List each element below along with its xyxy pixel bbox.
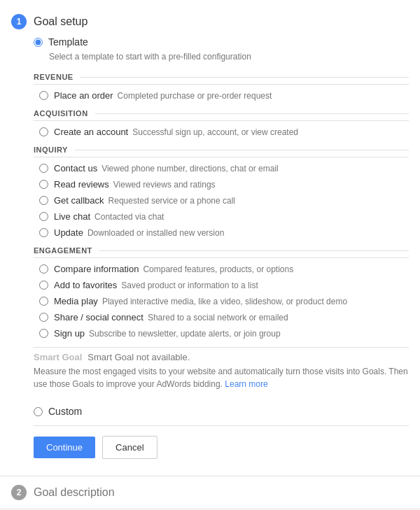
- custom-radio[interactable]: [34, 407, 43, 416]
- category-inquiry: INQUIRY Contact us Viewed phone number, …: [34, 143, 409, 241]
- goal-option-contact-us[interactable]: Contact us Viewed phone number, directio…: [34, 160, 409, 176]
- place-order-desc: Completed purchase or pre-order request: [118, 91, 272, 101]
- share-social-connect-name: Share / social connect: [54, 312, 144, 323]
- category-engagement-header: ENGAGEMENT: [34, 243, 409, 258]
- goal-option-add-to-favorites[interactable]: Add to favorites Saved product or inform…: [34, 277, 409, 293]
- smart-goal-label: Smart Goal: [34, 352, 82, 362]
- category-acquisition-line: [95, 113, 409, 114]
- goal-option-live-chat[interactable]: Live chat Contacted via chat: [34, 208, 409, 225]
- compare-information-desc: Compared features, products, or options: [143, 264, 293, 274]
- goal-description-section[interactable]: 2 Goal description: [0, 476, 420, 509]
- media-play-desc: Played interactive media, like a video, …: [102, 297, 347, 306]
- contact-us-name: Contact us: [54, 163, 97, 173]
- goal-option-read-reviews[interactable]: Read reviews Viewed reviews and ratings: [34, 176, 409, 192]
- smart-goal-section: Smart Goal Smart Goal not available. Mea…: [34, 347, 409, 395]
- goal-option-update[interactable]: Update Downloaded or installed new versi…: [34, 225, 409, 241]
- get-callback-name: Get callback: [54, 195, 104, 206]
- goal-option-place-order[interactable]: Place an order Completed purchase or pre…: [34, 87, 409, 104]
- contact-us-desc: Viewed phone number, directions, chat or…: [102, 164, 279, 173]
- goal-option-compare-information[interactable]: Compare information Compared features, p…: [34, 261, 409, 277]
- add-to-favorites-name: Add to favorites: [54, 280, 117, 290]
- update-radio[interactable]: [39, 228, 48, 237]
- update-name: Update: [54, 227, 83, 238]
- category-inquiry-header: INQUIRY: [34, 143, 409, 157]
- goal-option-sign-up[interactable]: Sign up Subscribe to newsletter, update …: [34, 325, 409, 341]
- media-play-radio[interactable]: [39, 297, 48, 306]
- contact-us-radio[interactable]: [39, 164, 48, 173]
- custom-label[interactable]: Custom: [48, 406, 82, 417]
- smart-goal-description: Measure the most engaged visits to your …: [34, 365, 409, 390]
- read-reviews-radio[interactable]: [39, 180, 48, 189]
- live-chat-radio[interactable]: [39, 212, 48, 221]
- category-engagement-label: ENGAGEMENT: [34, 246, 92, 255]
- goal-setup-section-header: 1 Goal setup: [0, 7, 420, 36]
- category-engagement-line: [99, 250, 409, 251]
- section-1-number: 1: [11, 14, 27, 29]
- page-container: 1 Goal setup Template Select a template …: [0, 0, 420, 510]
- compare-information-name: Compare information: [54, 264, 139, 274]
- read-reviews-name: Read reviews: [54, 179, 109, 190]
- learn-more-link[interactable]: Learn more: [225, 379, 267, 389]
- share-social-connect-radio[interactable]: [39, 313, 48, 322]
- template-description: Select a template to start with a pre-fi…: [49, 52, 409, 62]
- media-play-name: Media play: [54, 296, 98, 306]
- create-account-desc: Successful sign up, account, or view cre…: [132, 127, 298, 137]
- custom-option[interactable]: Custom: [34, 402, 409, 421]
- create-account-name: Create an account: [54, 127, 128, 137]
- live-chat-desc: Contacted via chat: [94, 212, 164, 222]
- sign-up-name: Sign up: [54, 328, 85, 339]
- goal-option-create-account[interactable]: Create an account Successful sign up, ac…: [34, 124, 409, 140]
- sign-up-desc: Subscribe to newsletter, update alerts, …: [89, 329, 281, 339]
- cancel-button[interactable]: Cancel: [102, 436, 157, 459]
- place-order-radio[interactable]: [39, 91, 48, 100]
- goal-option-media-play[interactable]: Media play Played interactive media, lik…: [34, 293, 409, 309]
- add-to-favorites-desc: Saved product or information to a list: [121, 281, 258, 290]
- update-desc: Downloaded or installed new version: [88, 228, 224, 238]
- compare-information-radio[interactable]: [39, 264, 48, 274]
- template-radio[interactable]: [34, 38, 43, 47]
- goal-setup-content: Template Select a template to start with…: [0, 36, 420, 476]
- category-acquisition: ACQUISITION Create an account Successful…: [34, 106, 409, 140]
- category-inquiry-label: INQUIRY: [34, 146, 68, 154]
- category-acquisition-label: ACQUISITION: [34, 109, 88, 118]
- category-acquisition-header: ACQUISITION: [34, 106, 409, 121]
- category-revenue: REVENUE Place an order Completed purchas…: [34, 70, 409, 104]
- share-social-connect-desc: Shared to a social network or emailed: [148, 313, 288, 323]
- goal-setup-title: Goal setup: [34, 15, 88, 28]
- continue-button[interactable]: Continue: [34, 437, 95, 458]
- goal-option-get-callback[interactable]: Get callback Requested service or a phon…: [34, 192, 409, 208]
- get-callback-desc: Requested service or a phone call: [108, 196, 235, 206]
- category-inquiry-line: [75, 150, 409, 150]
- read-reviews-desc: Viewed reviews and ratings: [113, 180, 216, 190]
- goal-option-share-social-connect[interactable]: Share / social connect Shared to a socia…: [34, 309, 409, 325]
- live-chat-name: Live chat: [54, 211, 90, 222]
- create-account-radio[interactable]: [39, 127, 48, 136]
- template-option[interactable]: Template: [34, 36, 409, 48]
- button-row: Continue Cancel: [34, 425, 409, 469]
- smart-goal-header: Smart Goal Smart Goal not available.: [34, 352, 409, 362]
- category-revenue-header: REVENUE: [34, 70, 409, 85]
- sign-up-radio[interactable]: [39, 329, 48, 338]
- section-2-number: 2: [11, 485, 27, 500]
- smart-goal-status: Smart Goal not available.: [88, 352, 190, 362]
- template-label[interactable]: Template: [48, 36, 88, 48]
- category-revenue-line: [80, 77, 409, 78]
- goal-description-title: Goal description: [34, 486, 115, 499]
- category-engagement: ENGAGEMENT Compare information Compared …: [34, 243, 409, 341]
- place-order-name: Place an order: [54, 90, 113, 101]
- category-revenue-label: REVENUE: [34, 73, 74, 81]
- get-callback-radio[interactable]: [39, 196, 48, 205]
- add-to-favorites-radio[interactable]: [39, 281, 48, 290]
